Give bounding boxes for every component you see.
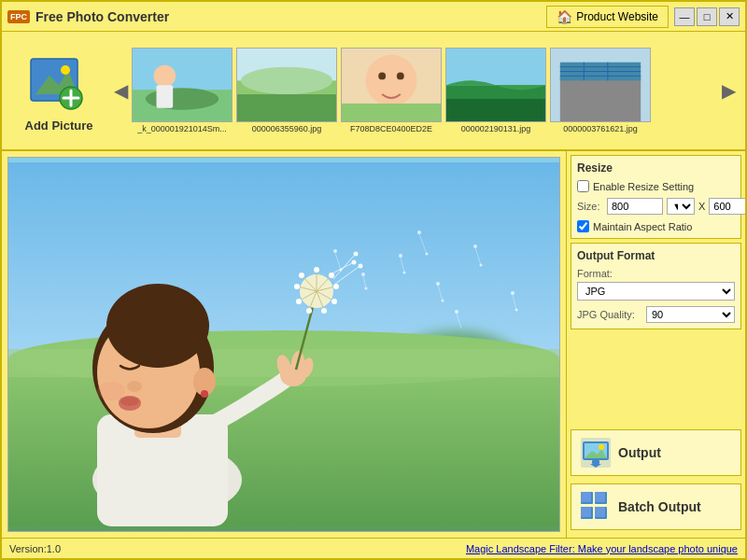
app-window: FPC Free Photo Converter 🏠 Product Websi… [0, 0, 747, 560]
svg-point-9 [154, 64, 176, 87]
svg-point-40 [399, 254, 402, 258]
thumbnail-image [236, 48, 337, 122]
thumbnails-strip: _k_000001921014Sm... 000006355960.jpg [132, 48, 718, 133]
list-item[interactable]: 000002190131.jpg [445, 48, 546, 133]
svg-point-81 [329, 273, 334, 278]
quality-select[interactable]: 90 100 80 70 [646, 306, 735, 323]
output-icon [581, 438, 611, 468]
magic-filter-link[interactable]: Magic Landscape Filter: Make your landsc… [466, 543, 738, 554]
app-logo: FPC [7, 10, 30, 23]
thumbnail-image [341, 48, 442, 122]
svg-point-39 [365, 287, 368, 290]
svg-rect-19 [342, 104, 441, 122]
format-select[interactable]: JPG PNG BMP GIF TIFF [577, 282, 735, 301]
list-item[interactable]: 000006355960.jpg [236, 48, 337, 133]
maintain-aspect-checkbox[interactable] [577, 220, 589, 232]
format-label: Format: [577, 268, 735, 279]
svg-rect-112 [595, 492, 605, 502]
svg-point-45 [442, 300, 444, 302]
output-format-section: Output Format Format: JPG PNG BMP GIF TI… [571, 243, 741, 329]
preview-image [7, 157, 560, 532]
product-website-label: Product Website [576, 10, 658, 23]
svg-point-97 [354, 252, 359, 257]
svg-point-13 [241, 66, 332, 93]
enable-resize-label: Enable Resize Setting [593, 181, 694, 192]
svg-point-37 [361, 273, 365, 276]
batch-output-button[interactable]: Batch Output [571, 483, 741, 530]
thumbnail-label: 000002190131.jpg [461, 124, 531, 133]
product-website-button[interactable]: 🏠 Product Website [546, 6, 669, 28]
svg-point-71 [97, 382, 125, 400]
svg-point-2 [61, 65, 70, 75]
thumbnail-label: 000006355960.jpg [252, 124, 322, 133]
close-button[interactable]: ✕ [719, 7, 740, 26]
svg-point-79 [314, 267, 319, 273]
quality-label: JPG Quality: [577, 309, 642, 320]
svg-point-95 [306, 308, 312, 314]
thumbnail-image [550, 48, 651, 122]
enable-resize-checkbox[interactable] [577, 180, 589, 192]
preview-area [2, 151, 566, 538]
svg-point-51 [515, 309, 518, 312]
svg-rect-107 [592, 460, 599, 464]
height-input[interactable] [709, 198, 745, 215]
maintain-aspect-label: Maintain Aspect Ratio [593, 221, 692, 232]
add-picture-icon [26, 49, 92, 115]
version-label: Version:1.0 [9, 543, 61, 554]
output-button[interactable]: Output [571, 429, 741, 476]
svg-point-18 [397, 72, 404, 79]
svg-rect-114 [581, 507, 591, 517]
svg-point-17 [378, 72, 386, 79]
thumbnail-label: 0000003761621.jpg [563, 124, 638, 133]
size-label: Size: [577, 201, 603, 212]
thumbnail-image [445, 48, 546, 122]
add-picture-button[interactable]: Add Picture [7, 46, 110, 136]
main-content: Resize Enable Resize Setting Size: ▼ X ▼ [2, 151, 745, 538]
x-separator: X [698, 201, 705, 212]
app-title: Free Photo Converter [35, 9, 546, 24]
title-bar: FPC Free Photo Converter 🏠 Product Websi… [2, 2, 745, 32]
size-row: Size: ▼ X ▼ [577, 198, 735, 215]
svg-rect-110 [581, 492, 591, 502]
restore-button[interactable]: □ [697, 7, 717, 26]
svg-point-101 [352, 260, 357, 265]
minimize-button[interactable]: — [674, 7, 695, 26]
svg-point-43 [436, 282, 440, 286]
svg-point-55 [417, 231, 421, 234]
svg-rect-10 [157, 85, 174, 108]
thumbnail-label: _k_000001921014Sm... [137, 124, 227, 133]
house-icon: 🏠 [557, 9, 572, 24]
resize-section: Resize Enable Resize Setting Size: ▼ X ▼ [571, 155, 741, 239]
width-unit-select[interactable]: ▼ [667, 198, 695, 215]
svg-rect-14 [237, 94, 336, 121]
svg-point-89 [331, 299, 337, 304]
resize-title: Resize [577, 161, 735, 175]
thumbnail-label: F708D8CE0400ED2E [350, 124, 432, 133]
next-arrow-button[interactable]: ▶ [718, 76, 740, 105]
prev-arrow-button[interactable]: ◀ [110, 76, 132, 105]
svg-point-70 [120, 397, 139, 406]
svg-point-106 [599, 444, 604, 450]
svg-point-85 [333, 284, 339, 289]
svg-point-99 [359, 264, 363, 269]
add-picture-label: Add Picture [25, 119, 93, 133]
svg-point-58 [455, 310, 458, 314]
svg-point-65 [106, 284, 209, 368]
svg-point-57 [426, 253, 429, 256]
svg-point-91 [296, 299, 302, 304]
batch-output-button-label: Batch Output [618, 499, 701, 514]
output-button-label: Output [618, 445, 661, 460]
list-item[interactable]: 0000003761621.jpg [550, 48, 651, 133]
svg-point-46 [473, 245, 477, 248]
aspect-ratio-row: Maintain Aspect Ratio [577, 220, 735, 232]
svg-rect-24 [560, 76, 641, 121]
toolbar: Add Picture ◀ _k_000001921014Sm... [2, 32, 745, 151]
svg-point-48 [480, 264, 483, 267]
svg-point-42 [403, 272, 406, 274]
svg-point-68 [127, 381, 142, 392]
batch-output-icon [581, 492, 611, 522]
width-input[interactable] [607, 198, 663, 215]
list-item[interactable]: F708D8CE0400ED2E [341, 48, 442, 133]
status-bar: Version:1.0 Magic Landscape Filter: Make… [2, 538, 745, 558]
list-item[interactable]: _k_000001921014Sm... [132, 48, 233, 133]
